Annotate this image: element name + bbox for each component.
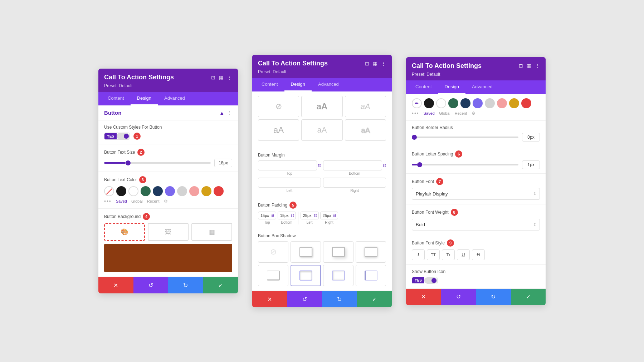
- expand-icon[interactable]: ⊡: [211, 75, 215, 80]
- margin-left-input[interactable]: [258, 178, 321, 188]
- recent-tab-3[interactable]: Recent: [455, 111, 467, 115]
- link-pad-bottom[interactable]: ⛓: [289, 214, 296, 217]
- columns-icon-3[interactable]: ▦: [527, 63, 531, 69]
- tab-design-3[interactable]: Design: [438, 80, 465, 94]
- shadow-none[interactable]: ⊘: [258, 241, 288, 263]
- shadow-5[interactable]: [291, 265, 321, 286]
- tab-advanced-3[interactable]: Advanced: [465, 80, 499, 94]
- tab-design-2[interactable]: Design: [284, 78, 312, 91]
- tab-advanced-1[interactable]: Advanced: [158, 92, 191, 105]
- saved-tab[interactable]: Saved: [116, 199, 127, 203]
- more-dots-3[interactable]: •••: [412, 110, 419, 116]
- color-lightgray-3[interactable]: [485, 98, 495, 108]
- toggle-track-3[interactable]: [424, 277, 437, 284]
- no-style-option[interactable]: ⊘: [258, 96, 299, 117]
- underline-btn[interactable]: U: [457, 249, 470, 260]
- color-green-3[interactable]: [448, 98, 458, 108]
- shadow-2[interactable]: [323, 241, 353, 263]
- cancel-button-3[interactable]: ✕: [406, 289, 441, 305]
- tab-content-3[interactable]: Content: [409, 80, 438, 94]
- color-green[interactable]: [141, 186, 151, 196]
- expand-icon-3[interactable]: ⊡: [519, 63, 523, 69]
- link-pad-right[interactable]: ⛓: [332, 214, 338, 217]
- color-black[interactable]: [116, 186, 126, 196]
- save-button-3[interactable]: ✓: [511, 289, 546, 305]
- tab-content-1[interactable]: Content: [101, 92, 131, 105]
- margin-right-input[interactable]: [323, 178, 386, 188]
- letter-spacing-value[interactable]: 1px: [522, 160, 540, 169]
- save-button-1[interactable]: ✓: [203, 277, 238, 293]
- margin-top-input[interactable]: [258, 160, 317, 170]
- more-icon-3[interactable]: ⋮: [535, 63, 540, 69]
- bg-gradient-option[interactable]: ▦: [191, 223, 232, 241]
- columns-icon[interactable]: ▦: [219, 75, 224, 80]
- shadow-6[interactable]: [323, 265, 353, 286]
- color-red[interactable]: [214, 186, 224, 196]
- link-pad-top[interactable]: ⛓: [270, 214, 276, 217]
- font-style-1[interactable]: aA: [301, 96, 342, 117]
- undo-button-3[interactable]: ↺: [441, 289, 476, 305]
- link-pad-left[interactable]: ⛓: [312, 214, 318, 217]
- bg-image-option[interactable]: 🖼: [148, 223, 189, 241]
- button-font-select[interactable]: Playfair Display: [412, 188, 540, 200]
- more-dots[interactable]: •••: [104, 198, 112, 204]
- gear-icon-1[interactable]: ⚙: [164, 199, 168, 204]
- recent-tab[interactable]: Recent: [147, 199, 160, 203]
- button-text-size-value[interactable]: 18px: [214, 159, 232, 167]
- more-icon[interactable]: ⋮: [227, 75, 232, 80]
- global-tab[interactable]: Global: [131, 199, 143, 203]
- font-style-3[interactable]: aA: [258, 119, 299, 141]
- color-lavender-3[interactable]: [473, 98, 483, 108]
- saved-tab-3[interactable]: Saved: [424, 111, 435, 115]
- border-radius-value[interactable]: 0px: [522, 133, 540, 142]
- shadow-3[interactable]: [356, 241, 386, 263]
- settings-icon[interactable]: ⋮: [227, 110, 232, 116]
- button-text-size-slider[interactable]: [104, 162, 211, 164]
- toggle-track[interactable]: [117, 133, 130, 139]
- redo-button-3[interactable]: ↻: [476, 289, 511, 305]
- letter-spacing-slider[interactable]: [412, 164, 518, 165]
- bg-color-option[interactable]: 🎨: [104, 223, 145, 241]
- font-style-5[interactable]: aA: [345, 119, 386, 141]
- columns-icon-2[interactable]: ▦: [373, 61, 377, 66]
- tab-advanced-2[interactable]: Advanced: [312, 78, 345, 91]
- color-white[interactable]: [128, 186, 138, 196]
- color-navy[interactable]: [153, 186, 163, 196]
- expand-icon-2[interactable]: ⊡: [365, 61, 369, 66]
- color-gold[interactable]: [201, 186, 211, 196]
- more-icon-2[interactable]: ⋮: [381, 61, 386, 66]
- cancel-button-1[interactable]: ✕: [98, 277, 133, 293]
- cancel-button-2[interactable]: ✕: [252, 291, 287, 307]
- undo-button-2[interactable]: ↺: [287, 291, 322, 307]
- color-lightgray[interactable]: [177, 186, 187, 196]
- color-white-3[interactable]: [436, 98, 446, 108]
- color-pink-3[interactable]: [497, 98, 507, 108]
- capitalize-btn[interactable]: Tт: [442, 249, 455, 260]
- font-style-4[interactable]: aA: [301, 119, 342, 141]
- color-transparent[interactable]: [104, 186, 114, 196]
- border-radius-slider[interactable]: [412, 137, 518, 138]
- chevron-up-icon[interactable]: ▲: [219, 110, 224, 116]
- color-navy-3[interactable]: [460, 98, 470, 108]
- color-pink[interactable]: [189, 186, 199, 196]
- color-black-3[interactable]: [424, 98, 434, 108]
- use-custom-styles-toggle[interactable]: YES: [104, 133, 130, 140]
- tab-content-2[interactable]: Content: [255, 78, 284, 91]
- tab-design-1[interactable]: Design: [131, 92, 158, 105]
- strikethrough-btn[interactable]: S: [472, 249, 485, 260]
- global-tab-3[interactable]: Global: [439, 111, 450, 115]
- shadow-1[interactable]: [291, 241, 321, 263]
- show-button-icon-toggle[interactable]: YES: [412, 277, 438, 284]
- font-style-2[interactable]: aA: [345, 96, 386, 117]
- shadow-7[interactable]: [356, 265, 386, 286]
- eyedropper-icon[interactable]: ✒: [412, 98, 422, 108]
- undo-button-1[interactable]: ↺: [133, 277, 169, 293]
- gear-icon-3[interactable]: ⚙: [472, 111, 475, 116]
- color-lavender[interactable]: [165, 186, 175, 196]
- shadow-4[interactable]: [258, 265, 288, 286]
- uppercase-btn[interactable]: TT: [427, 249, 440, 260]
- redo-button-1[interactable]: ↻: [168, 277, 203, 293]
- redo-button-2[interactable]: ↻: [322, 291, 357, 307]
- save-button-2[interactable]: ✓: [357, 291, 392, 307]
- button-font-weight-select[interactable]: Bold: [412, 219, 540, 230]
